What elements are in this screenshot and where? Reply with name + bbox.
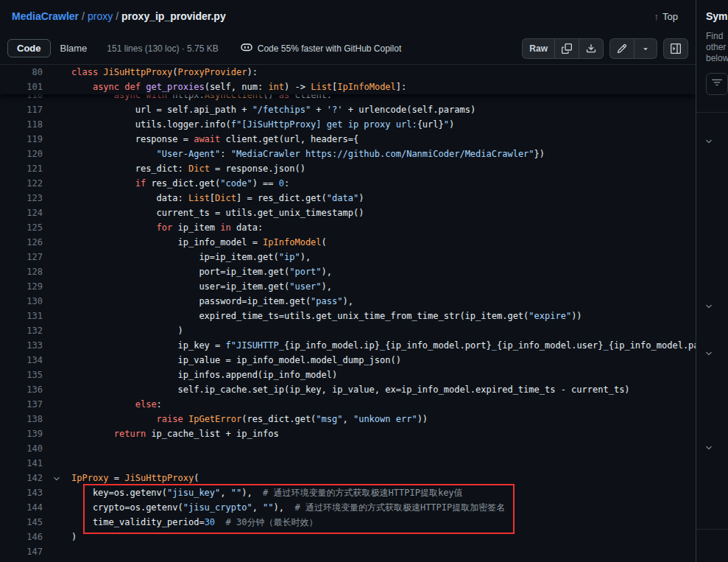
symbol-collapse-chevron-icon[interactable] [704,301,713,314]
gutter-spacer [43,147,71,161]
symbol-collapse-chevron-icon[interactable] [704,136,713,149]
gutter-spacer [43,264,71,279]
view-switcher: Code Blame [7,39,96,57]
code-line: 127 ip=ip_item.get("ip"), [0,250,696,264]
line-number[interactable]: 80 [0,65,43,80]
scroll-to-top-button[interactable]: ↑ Top [649,8,684,25]
raw-button[interactable]: Raw [522,38,555,59]
sidebar-title: Sym [696,0,728,22]
breadcrumb-file-name: proxy_ip_provider.py [121,10,226,22]
gutter-spacer [43,323,71,338]
gutter-spacer [43,485,71,500]
sidebar-divider [696,529,728,530]
code-text: return ip_cache_list + ip_infos [71,426,696,441]
code-text: ip_value = ip_info_model.model_dump_json… [71,353,696,368]
app-window: MediaCrawler/proxy/proxy_ip_provider.py … [0,0,728,562]
line-number[interactable]: 119 [0,132,43,147]
symbol-collapse-chevron-icon[interactable] [704,442,713,455]
tab-code[interactable]: Code [7,39,51,57]
line-number[interactable]: 120 [0,147,43,161]
line-number[interactable]: 138 [0,412,43,426]
sidebar-description-line: other [706,42,728,53]
gutter-spacer [43,382,71,397]
gutter-spacer [43,117,71,132]
line-number[interactable]: 146 [0,530,43,544]
line-number[interactable]: 131 [0,309,43,323]
symbols-panel-button[interactable] [663,38,688,59]
download-button[interactable] [579,38,604,59]
line-number[interactable]: 137 [0,397,43,412]
line-number[interactable]: 147 [0,544,43,559]
raw-button-label: Raw [529,43,548,54]
line-number[interactable]: 129 [0,279,43,294]
code-line: 132 ) [0,323,696,338]
sidebar-description-line: Find [706,31,728,42]
line-number[interactable]: 145 [0,515,43,530]
code-text: utils.logger.info(f"[JiSuHttpProxy] get … [71,117,696,132]
code-line: 133 ip_key = f"JISUHTTP_{ip_info_model.i… [0,338,696,353]
line-number[interactable]: 143 [0,485,43,500]
line-number[interactable]: 117 [0,102,43,117]
code-text: for ip_item in data: [71,220,696,235]
breadcrumb: MediaCrawler/proxy/proxy_ip_provider.py [12,10,226,22]
breadcrumb-repo-link[interactable]: MediaCrawler [12,10,79,22]
code-line: 128 port=ip_item.get("port"), [0,264,696,279]
line-number[interactable]: 121 [0,161,43,176]
line-number[interactable]: 128 [0,264,43,279]
code-text [71,544,696,559]
line-number[interactable]: 132 [0,323,43,338]
filter-button[interactable] [706,73,728,95]
code-line: 121 res_dict: Dict = response.json() [0,161,696,176]
code-line: 146) [0,530,696,544]
line-number[interactable]: 127 [0,250,43,264]
code-line: 118 utils.logger.info(f"[JiSuHttpProxy] … [0,117,696,132]
gutter-spacer [43,279,71,294]
line-number[interactable]: 130 [0,294,43,309]
tab-blame[interactable]: Blame [51,39,97,57]
copy-button[interactable] [554,38,579,59]
line-number[interactable]: 135 [0,368,43,382]
line-number[interactable]: 144 [0,500,43,515]
line-number[interactable]: 139 [0,426,43,441]
code-line: 131 expired_time_ts=utils.get_unix_time_… [0,309,696,323]
line-number[interactable]: 140 [0,441,43,456]
code-text: ) [71,323,696,338]
copilot-banner[interactable]: Code 55% faster with GitHub Copilot [241,41,401,55]
line-number[interactable]: 124 [0,206,43,220]
line-number[interactable]: 118 [0,117,43,132]
code-text: ip_info_model = IpInfoModel( [71,235,696,250]
line-number[interactable]: 101 [0,80,43,94]
line-number[interactable]: 123 [0,191,43,206]
gutter-spacer [43,80,71,94]
collapse-chevron-icon[interactable] [43,471,71,485]
line-number[interactable]: 122 [0,176,43,191]
line-number[interactable]: 141 [0,456,43,471]
code-line: 141 [0,456,696,471]
code-text: url = self.api_path + "/fetchips" + '?' … [71,102,696,117]
symbols-sidebar: Sym Find other below [696,0,728,562]
edit-dropdown-button[interactable] [634,38,657,59]
line-number[interactable]: 133 [0,338,43,353]
sidebar-description: Find other below [696,22,728,64]
code-line: 135 ip_infos.append(ip_info_model) [0,368,696,382]
line-number[interactable]: 142 [0,471,43,485]
gutter-spacer [43,426,71,441]
line-number[interactable]: 134 [0,353,43,368]
breadcrumb-folder-link[interactable]: proxy [88,10,113,22]
code-line: 119 response = await client.get(url, hea… [0,132,696,147]
pencil-icon [617,43,627,54]
code-lines: 116 async with httpx.AsyncClient() as cl… [0,88,696,559]
code-text: response = await client.get(url, headers… [71,132,696,147]
line-number[interactable]: 136 [0,382,43,397]
file-header: MediaCrawler/proxy/proxy_ip_provider.py … [0,0,696,32]
gutter-spacer [43,206,71,220]
line-number[interactable]: 125 [0,220,43,235]
gutter-spacer [43,132,71,147]
code-line: 130 password=ip_item.get("pass"), [0,294,696,309]
edit-button[interactable] [609,38,635,59]
file-meta: 151 lines (130 loc) · 5.75 KB [107,43,218,54]
gutter-spacer [43,102,71,117]
symbol-collapse-chevron-icon[interactable] [704,348,713,361]
code-text: "User-Agent": "MediaCrawler https://gith… [71,147,696,161]
line-number[interactable]: 126 [0,235,43,250]
